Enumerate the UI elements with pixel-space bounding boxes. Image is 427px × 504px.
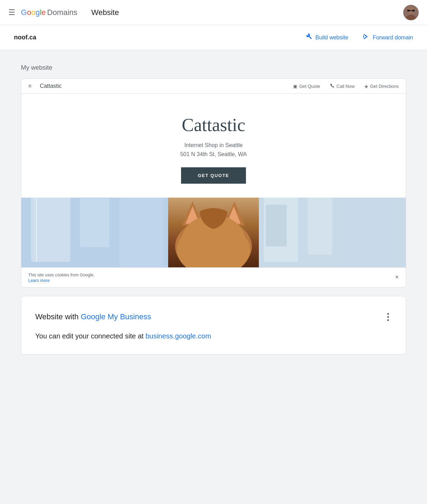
menu-icon[interactable]: ☰	[8, 8, 15, 17]
mini-hamburger-icon[interactable]: ≡	[28, 83, 31, 89]
cookie-text: This site uses cookies from Google.	[28, 272, 95, 278]
forward-domain-label: Forward domain	[373, 35, 413, 41]
svg-rect-4	[412, 10, 415, 12]
header: ☰ Google Domains Website	[0, 0, 427, 25]
avatar[interactable]	[403, 5, 419, 20]
page-title: Website	[91, 8, 119, 17]
google-g: G	[21, 8, 27, 17]
quote-icon: ▣	[293, 84, 297, 89]
svg-rect-8	[36, 198, 37, 262]
preview-site-title: Cattastic	[35, 115, 392, 135]
call-now-nav-link[interactable]: Call Now	[330, 83, 355, 89]
call-now-nav-label: Call Now	[337, 84, 355, 89]
google-logo: Google	[21, 8, 46, 17]
dot2	[387, 316, 389, 318]
gmb-card: Website with Google My Business You can …	[21, 296, 406, 354]
directions-icon: ◈	[365, 84, 368, 89]
cookie-close-icon[interactable]: ×	[395, 274, 399, 281]
phone-icon	[330, 83, 335, 89]
dot3	[387, 319, 389, 321]
gmb-title-prefix: Website with	[35, 312, 81, 321]
preview-address: 501 N 34th St, Seattle, WA	[35, 151, 392, 158]
cat-bg-left	[21, 198, 168, 267]
svg-rect-21	[342, 198, 391, 267]
build-website-link[interactable]: Build website	[305, 33, 348, 42]
website-preview-card: ≡ Cattastic ▣ Get Quote Call Now	[21, 78, 406, 288]
mini-nav-links: ▣ Get Quote Call Now ◈ Get Directions	[293, 83, 399, 89]
cookie-learn-more-link[interactable]: Learn more	[28, 278, 95, 283]
svg-rect-9	[80, 198, 109, 247]
cat-fur	[168, 198, 259, 267]
domain-name: noof.ca	[14, 34, 36, 41]
cookie-notice: This site uses cookies from Google. Lear…	[21, 267, 406, 287]
gmb-body-prefix: You can edit your connected site at	[35, 332, 145, 340]
svg-rect-20	[308, 198, 332, 254]
gmb-card-header: Website with Google My Business	[35, 310, 392, 324]
cookie-text-area: This site uses cookies from Google. Lear…	[28, 272, 95, 283]
mini-site-name: Cattastic	[40, 83, 61, 89]
get-quote-nav-link[interactable]: ▣ Get Quote	[293, 84, 320, 89]
avatar-image	[403, 5, 419, 20]
gmb-card-body: You can edit your connected site at busi…	[35, 332, 392, 340]
avatar-svg	[403, 5, 419, 20]
gmb-card-title: Website with Google My Business	[35, 312, 151, 321]
preview-body: Cattastic Internet Shop in Seattle 501 N…	[21, 94, 406, 198]
gmb-title-link[interactable]: Google My Business	[81, 312, 151, 321]
main-content: My website ≡ Cattastic ▣ Get Quote Ca	[0, 50, 427, 368]
mini-nav-bar: ≡ Cattastic ▣ Get Quote Call Now	[21, 79, 406, 94]
google-domains-label: Domains	[47, 8, 77, 17]
cat-image	[21, 198, 406, 267]
get-quote-nav-label: Get Quote	[299, 84, 320, 89]
domain-bar: noof.ca Build website Forward domain	[0, 25, 427, 50]
forward-icon	[362, 33, 370, 42]
get-directions-nav-label: Get Directions	[370, 84, 399, 89]
forward-domain-link[interactable]: Forward domain	[362, 33, 413, 42]
get-quote-button[interactable]: GET QUOTE	[181, 167, 246, 184]
dot1	[387, 313, 389, 315]
cat-bg-right	[259, 198, 406, 267]
svg-rect-3	[407, 10, 410, 12]
get-directions-nav-link[interactable]: ◈ Get Directions	[365, 84, 399, 89]
build-website-label: Build website	[315, 35, 348, 41]
section-title: My website	[21, 64, 406, 71]
svg-rect-10	[119, 198, 163, 267]
more-options-button[interactable]	[384, 310, 392, 324]
svg-rect-19	[264, 198, 298, 262]
preview-subtitle: Internet Shop in Seattle	[35, 141, 392, 150]
gmb-body-link[interactable]: business.google.com	[145, 332, 211, 340]
wrench-icon	[305, 33, 313, 42]
